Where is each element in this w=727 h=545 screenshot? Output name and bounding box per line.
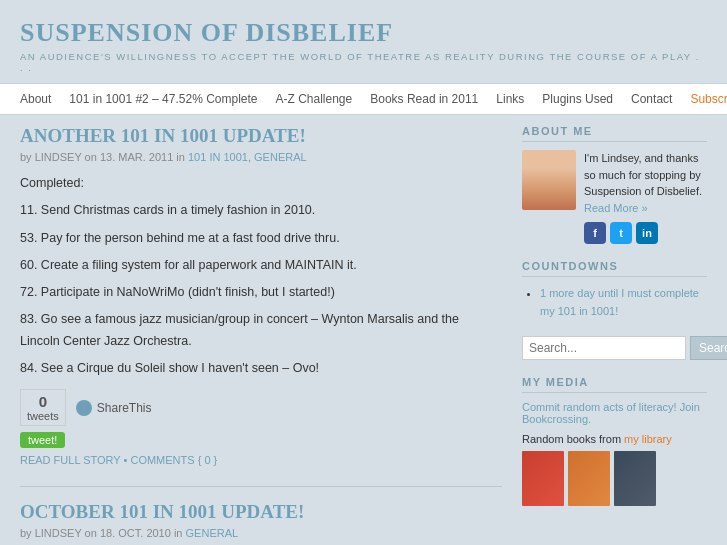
post-1-cat2[interactable]: GENERAL [254, 151, 307, 163]
read-more-line: READ FULL STORY • COMMENTS { 0 } [20, 454, 502, 466]
rss-label: Subscribe to RSS [690, 92, 727, 106]
nav-contact[interactable]: Contact [631, 92, 672, 106]
nav-101[interactable]: 101 in 1001 #2 – 47.52% Complete [69, 92, 257, 106]
nav-links[interactable]: Links [496, 92, 524, 106]
book-thumb-3 [614, 451, 656, 506]
tweet-counter: 0 tweets [20, 389, 66, 426]
nav-books[interactable]: Books Read in 2011 [370, 92, 478, 106]
book-thumb-2 [568, 451, 610, 506]
search-button[interactable]: Search [690, 336, 727, 360]
comments-link[interactable]: COMMENTS { 0 } [130, 454, 217, 466]
post-1: ANOTHER 101 IN 1001 UPDATE! by LINDSEY o… [20, 125, 502, 466]
search-section: Search [522, 336, 707, 360]
book-thumbs [522, 451, 707, 506]
my-media-heading: MY MEDIA [522, 376, 707, 393]
divider [20, 486, 502, 487]
about-heading: ABOUT ME [522, 125, 707, 142]
my-media-section: MY MEDIA Commit random acts of literacy!… [522, 376, 707, 506]
site-tagline: AN AUDIENCE'S WILLINGNESS TO ACCEPT THE … [20, 51, 707, 73]
read-full-link[interactable]: READ FULL STORY [20, 454, 120, 466]
nav-rss[interactable]: Subscribe to RSS [690, 92, 727, 106]
nav-az[interactable]: A-Z Challenge [276, 92, 353, 106]
book-thumb-1 [522, 451, 564, 506]
countdown-list: 1 more day until I must complete my 101 … [522, 285, 707, 320]
post-2-title: OCTOBER 101 IN 1001 UPDATE! [20, 501, 502, 523]
linkedin-icon[interactable]: in [636, 222, 658, 244]
countdown-item[interactable]: 1 more day until I must complete my 101 … [540, 287, 699, 317]
post-1-cat1[interactable]: 101 IN 1001 [188, 151, 248, 163]
post-2-meta: by LINDSEY on 18. OCT. 2010 in GENERAL [20, 527, 502, 539]
about-me-box: I'm Lindsey, and thanks so much for stop… [522, 150, 707, 244]
tweet-button-wrap: tweet! [20, 432, 502, 448]
countdowns-heading: COUNTDOWNS [522, 260, 707, 277]
tweet-button[interactable]: tweet! [20, 432, 65, 448]
my-library-link[interactable]: my library [624, 433, 672, 445]
bookcrossing-link[interactable]: Commit random acts of literacy! Join Boo… [522, 401, 700, 425]
nav-plugins[interactable]: Plugins Used [542, 92, 613, 106]
post-1-content: Completed: 11. Send Christmas cards in a… [20, 173, 502, 379]
post-2: OCTOBER 101 IN 1001 UPDATE! by LINDSEY o… [20, 501, 502, 539]
about-section: ABOUT ME I'm Lindsey, and thanks so much… [522, 125, 707, 244]
media-text: Commit random acts of literacy! Join Boo… [522, 401, 707, 425]
random-books-label: Random books from my library [522, 433, 707, 445]
share-icon [76, 400, 92, 416]
share-this[interactable]: ShareThis [76, 400, 152, 416]
post-1-meta: by LINDSEY on 13. MAR. 2011 in 101 IN 10… [20, 151, 502, 163]
facebook-icon[interactable]: f [584, 222, 606, 244]
search-input[interactable] [522, 336, 686, 360]
post-2-cat1[interactable]: GENERAL [186, 527, 239, 539]
post-1-title: ANOTHER 101 IN 1001 UPDATE! [20, 125, 502, 147]
about-read-more[interactable]: Read More » [584, 202, 648, 214]
twitter-icon[interactable]: t [610, 222, 632, 244]
social-icons: f t in [584, 222, 707, 244]
nav-about[interactable]: About [20, 92, 51, 106]
countdowns-section: COUNTDOWNS 1 more day until I must compl… [522, 260, 707, 320]
about-text: I'm Lindsey, and thanks so much for stop… [584, 150, 707, 216]
avatar [522, 150, 576, 210]
site-title: SUSPENSION OF DISBELIEF [20, 18, 707, 48]
search-box: Search [522, 336, 707, 360]
post-1-footer: 0 tweets ShareThis [20, 389, 502, 426]
